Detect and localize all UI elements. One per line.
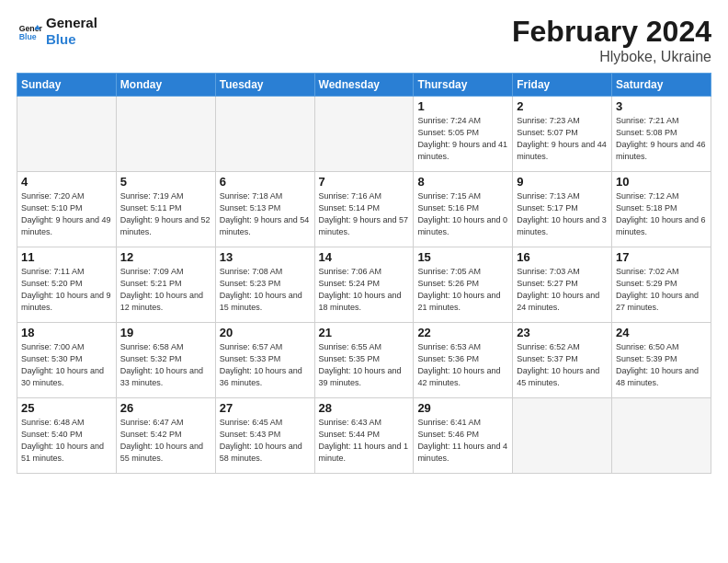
day-info: Sunrise: 7:05 AM Sunset: 5:26 PM Dayligh… [417, 266, 508, 314]
logo-text: General Blue [46, 15, 97, 48]
calendar-cell: 7Sunrise: 7:16 AM Sunset: 5:14 PM Daylig… [314, 172, 414, 247]
day-info: Sunrise: 6:55 AM Sunset: 5:35 PM Dayligh… [319, 341, 410, 389]
day-info: Sunrise: 7:13 AM Sunset: 5:17 PM Dayligh… [517, 190, 608, 238]
day-number: 19 [120, 326, 211, 339]
col-wednesday: Wednesday [314, 74, 414, 97]
day-info: Sunrise: 6:43 AM Sunset: 5:44 PM Dayligh… [319, 417, 410, 465]
day-number: 10 [616, 175, 707, 189]
calendar-week-row: 18Sunrise: 7:00 AM Sunset: 5:30 PM Dayli… [17, 323, 711, 398]
calendar-cell [17, 97, 117, 172]
day-number: 18 [21, 326, 112, 339]
page: General Blue General Blue February 2024 … [0, 0, 728, 563]
main-title: February 2024 [512, 15, 711, 49]
col-tuesday: Tuesday [215, 74, 314, 97]
calendar-table: Sunday Monday Tuesday Wednesday Thursday… [17, 73, 711, 474]
day-number: 26 [120, 401, 211, 415]
calendar-week-row: 1Sunrise: 7:24 AM Sunset: 5:05 PM Daylig… [17, 97, 711, 172]
day-number: 2 [517, 99, 608, 113]
day-info: Sunrise: 6:58 AM Sunset: 5:32 PM Dayligh… [120, 341, 211, 389]
col-sunday: Sunday [17, 74, 117, 97]
day-number: 23 [517, 326, 608, 339]
day-number: 6 [220, 175, 311, 189]
day-info: Sunrise: 7:15 AM Sunset: 5:16 PM Dayligh… [417, 190, 508, 238]
day-info: Sunrise: 6:57 AM Sunset: 5:33 PM Dayligh… [220, 341, 311, 389]
day-number: 11 [21, 250, 112, 264]
day-number: 3 [616, 99, 707, 113]
col-saturday: Saturday [612, 74, 711, 97]
day-number: 24 [616, 326, 707, 339]
calendar-week-row: 25Sunrise: 6:48 AM Sunset: 5:40 PM Dayli… [17, 398, 711, 474]
day-number: 4 [21, 175, 112, 189]
calendar-cell: 13Sunrise: 7:08 AM Sunset: 5:23 PM Dayli… [215, 247, 314, 323]
day-number: 17 [616, 250, 707, 264]
logo: General Blue General Blue [17, 15, 97, 48]
calendar-cell: 11Sunrise: 7:11 AM Sunset: 5:20 PM Dayli… [17, 247, 117, 323]
calendar-cell: 23Sunrise: 6:52 AM Sunset: 5:37 PM Dayli… [513, 323, 612, 398]
calendar-cell: 21Sunrise: 6:55 AM Sunset: 5:35 PM Dayli… [314, 323, 414, 398]
day-number: 25 [21, 401, 112, 415]
day-info: Sunrise: 7:11 AM Sunset: 5:20 PM Dayligh… [21, 266, 112, 314]
col-friday: Friday [513, 74, 612, 97]
col-monday: Monday [116, 74, 215, 97]
day-info: Sunrise: 6:53 AM Sunset: 5:36 PM Dayligh… [417, 341, 508, 389]
calendar-cell: 4Sunrise: 7:20 AM Sunset: 5:10 PM Daylig… [17, 172, 117, 247]
calendar-cell: 20Sunrise: 6:57 AM Sunset: 5:33 PM Dayli… [215, 323, 314, 398]
calendar-header-row: Sunday Monday Tuesday Wednesday Thursday… [17, 74, 711, 97]
day-info: Sunrise: 7:23 AM Sunset: 5:07 PM Dayligh… [517, 115, 608, 163]
day-info: Sunrise: 7:18 AM Sunset: 5:13 PM Dayligh… [220, 190, 311, 238]
day-info: Sunrise: 7:03 AM Sunset: 5:27 PM Dayligh… [517, 266, 608, 314]
day-info: Sunrise: 7:19 AM Sunset: 5:11 PM Dayligh… [120, 190, 211, 238]
calendar-cell: 27Sunrise: 6:45 AM Sunset: 5:43 PM Dayli… [215, 398, 314, 474]
day-info: Sunrise: 6:41 AM Sunset: 5:46 PM Dayligh… [417, 417, 508, 465]
day-info: Sunrise: 7:16 AM Sunset: 5:14 PM Dayligh… [319, 190, 410, 238]
calendar-week-row: 4Sunrise: 7:20 AM Sunset: 5:10 PM Daylig… [17, 172, 711, 247]
day-info: Sunrise: 7:12 AM Sunset: 5:18 PM Dayligh… [616, 190, 707, 238]
day-info: Sunrise: 7:02 AM Sunset: 5:29 PM Dayligh… [616, 266, 707, 314]
logo-icon: General Blue [17, 18, 42, 44]
day-number: 27 [220, 401, 311, 415]
day-number: 21 [319, 326, 410, 339]
calendar-cell: 6Sunrise: 7:18 AM Sunset: 5:13 PM Daylig… [215, 172, 314, 247]
day-info: Sunrise: 7:09 AM Sunset: 5:21 PM Dayligh… [120, 266, 211, 314]
svg-text:Blue: Blue [19, 32, 37, 41]
day-info: Sunrise: 7:24 AM Sunset: 5:05 PM Dayligh… [417, 115, 508, 163]
calendar-cell: 1Sunrise: 7:24 AM Sunset: 5:05 PM Daylig… [414, 97, 513, 172]
calendar-cell: 9Sunrise: 7:13 AM Sunset: 5:17 PM Daylig… [513, 172, 612, 247]
day-info: Sunrise: 7:00 AM Sunset: 5:30 PM Dayligh… [21, 341, 112, 389]
calendar-cell: 8Sunrise: 7:15 AM Sunset: 5:16 PM Daylig… [414, 172, 513, 247]
calendar-cell [314, 97, 414, 172]
day-info: Sunrise: 7:21 AM Sunset: 5:08 PM Dayligh… [616, 115, 707, 163]
day-info: Sunrise: 6:48 AM Sunset: 5:40 PM Dayligh… [21, 417, 112, 465]
col-thursday: Thursday [414, 74, 513, 97]
day-info: Sunrise: 6:47 AM Sunset: 5:42 PM Dayligh… [120, 417, 211, 465]
day-number: 1 [417, 99, 508, 113]
calendar-cell: 17Sunrise: 7:02 AM Sunset: 5:29 PM Dayli… [612, 247, 711, 323]
day-info: Sunrise: 7:08 AM Sunset: 5:23 PM Dayligh… [220, 266, 311, 314]
day-number: 7 [319, 175, 410, 189]
day-info: Sunrise: 7:20 AM Sunset: 5:10 PM Dayligh… [21, 190, 112, 238]
day-number: 8 [417, 175, 508, 189]
calendar-cell [116, 97, 215, 172]
day-number: 15 [417, 250, 508, 264]
day-number: 5 [120, 175, 211, 189]
header: General Blue General Blue February 2024 … [17, 15, 711, 65]
day-number: 29 [417, 401, 508, 415]
calendar-cell: 18Sunrise: 7:00 AM Sunset: 5:30 PM Dayli… [17, 323, 117, 398]
calendar-cell: 2Sunrise: 7:23 AM Sunset: 5:07 PM Daylig… [513, 97, 612, 172]
day-info: Sunrise: 7:06 AM Sunset: 5:24 PM Dayligh… [319, 266, 410, 314]
day-info: Sunrise: 6:45 AM Sunset: 5:43 PM Dayligh… [220, 417, 311, 465]
day-info: Sunrise: 6:52 AM Sunset: 5:37 PM Dayligh… [517, 341, 608, 389]
day-number: 16 [517, 250, 608, 264]
calendar-cell [513, 398, 612, 474]
calendar-cell: 19Sunrise: 6:58 AM Sunset: 5:32 PM Dayli… [116, 323, 215, 398]
calendar-cell: 5Sunrise: 7:19 AM Sunset: 5:11 PM Daylig… [116, 172, 215, 247]
day-number: 20 [220, 326, 311, 339]
calendar-week-row: 11Sunrise: 7:11 AM Sunset: 5:20 PM Dayli… [17, 247, 711, 323]
day-number: 13 [220, 250, 311, 264]
calendar-cell [215, 97, 314, 172]
calendar-cell: 26Sunrise: 6:47 AM Sunset: 5:42 PM Dayli… [116, 398, 215, 474]
day-info: Sunrise: 6:50 AM Sunset: 5:39 PM Dayligh… [616, 341, 707, 389]
calendar-cell: 25Sunrise: 6:48 AM Sunset: 5:40 PM Dayli… [17, 398, 117, 474]
sub-title: Hlyboke, Ukraine [512, 49, 711, 65]
calendar-cell: 16Sunrise: 7:03 AM Sunset: 5:27 PM Dayli… [513, 247, 612, 323]
